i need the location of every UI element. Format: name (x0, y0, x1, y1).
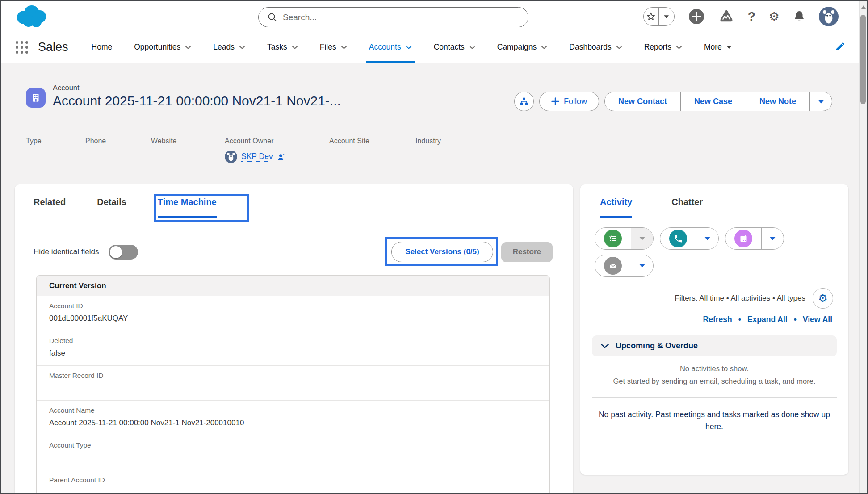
account-record-icon (26, 88, 46, 108)
nav-tab-leads[interactable]: Leads (213, 32, 245, 63)
favorites-button-group (643, 7, 675, 26)
activity-filters: Filters: All time • All activities • All… (675, 288, 834, 309)
record-header: Account Account 2025-11-21 00:00:00 Nov2… (1, 63, 859, 184)
nav-tab-contacts[interactable]: Contacts (434, 32, 475, 63)
record-action-buttons: Follow New Contact New Case New Note (514, 92, 832, 111)
table-header: Current Version (37, 276, 549, 296)
filters-text: Filters: All time • All activities • All… (675, 294, 806, 303)
app-name[interactable]: Sales (38, 40, 68, 54)
nav-tab-more[interactable]: More (704, 32, 732, 63)
no-activities-message: No activities to show. Get started by se… (585, 362, 844, 387)
trailhead-icon[interactable] (718, 8, 734, 25)
current-version-table: Current Version Account ID 001dL00001f5a… (36, 275, 550, 494)
user-avatar[interactable] (819, 7, 839, 26)
new-task-icon[interactable] (595, 228, 631, 249)
activity-links: Refresh • Expand All • View All (703, 315, 832, 324)
event-dropdown-icon[interactable] (761, 228, 784, 249)
new-task-button-group (595, 227, 654, 250)
new-event-icon[interactable] (725, 228, 761, 249)
favorites-dropdown-icon[interactable] (658, 8, 674, 25)
owner-link[interactable]: SKP Dev (241, 152, 273, 162)
nav-tab-reports[interactable]: Reports (644, 32, 682, 63)
table-row: Account ID 001dL00001f5aKUQAY (37, 296, 549, 331)
restore-button[interactable]: Restore (501, 242, 553, 262)
header-utility-icons: ? ⚙ (643, 1, 839, 32)
activity-tabs: Activity Chatter (580, 184, 848, 220)
chevron-down-icon (541, 46, 547, 49)
nav-tab-accounts[interactable]: Accounts (369, 32, 412, 63)
salesforce-logo[interactable] (13, 4, 51, 29)
chevron-down-icon (341, 46, 347, 49)
highlights-fields: Type Phone Website Account Owner SKP Dev (26, 137, 482, 163)
field-type: Type (26, 137, 85, 163)
chevron-down-icon (469, 46, 475, 49)
email-dropdown-icon[interactable] (631, 255, 653, 276)
entity-label: Account (53, 84, 80, 92)
table-row: Parent Account ID (37, 470, 549, 494)
filters-gear-icon[interactable]: ⚙ (813, 288, 833, 309)
search-input[interactable] (283, 13, 497, 22)
nav-tab-home[interactable]: Home (92, 32, 113, 63)
nav-tabs: Home Opportunities Leads Tasks Files Acc… (92, 32, 732, 63)
nav-tab-tasks[interactable]: Tasks (267, 32, 298, 63)
org-chart-button[interactable] (514, 92, 534, 111)
help-icon[interactable]: ? (748, 9, 755, 24)
call-dropdown-icon[interactable] (696, 228, 718, 249)
tab-chatter[interactable]: Chatter (671, 184, 703, 220)
nav-tab-campaigns[interactable]: Campaigns (497, 32, 548, 63)
notifications-bell-icon[interactable] (793, 10, 805, 23)
upcoming-overdue-section[interactable]: Upcoming & Overdue (592, 335, 837, 356)
toggle-knob (110, 246, 122, 258)
nav-tab-files[interactable]: Files (320, 32, 347, 63)
scrollbar-up-arrow[interactable] (861, 5, 866, 9)
chevron-down-icon (601, 344, 609, 348)
plus-icon (551, 97, 559, 105)
email-button-group (595, 255, 654, 277)
refresh-link[interactable]: Refresh (703, 315, 732, 324)
chevron-down-icon (185, 46, 191, 49)
more-actions-dropdown-icon[interactable] (809, 92, 832, 111)
new-event-button-group (725, 227, 784, 250)
field-account-site: Account Site (329, 137, 415, 163)
no-past-activity-message: No past activity. Past meetings and task… (591, 409, 838, 433)
chevron-down-icon (239, 46, 245, 49)
tab-details[interactable]: Details (97, 184, 126, 220)
tab-time-machine[interactable]: Time Machine (158, 184, 217, 220)
favorite-star-icon[interactable] (644, 8, 659, 25)
global-header: ? ⚙ (1, 1, 859, 32)
log-call-icon[interactable] (660, 228, 696, 249)
table-row: Deleted false (37, 331, 549, 366)
record-detail-card: Related Details Time Machine Hide identi… (15, 184, 573, 494)
field-industry: Industry (415, 137, 482, 163)
nav-tab-dashboards[interactable]: Dashboards (569, 32, 622, 63)
new-contact-button[interactable]: New Contact (605, 92, 680, 111)
section-title: Upcoming & Overdue (616, 341, 698, 351)
app-navigation-bar: Sales Home Opportunities Leads Tasks Fil… (1, 32, 859, 63)
table-row: Account Name Account 2025-11-21 00:00:00… (37, 401, 549, 435)
task-dropdown-icon[interactable] (631, 228, 653, 249)
email-icon[interactable] (595, 255, 631, 276)
new-case-button[interactable]: New Case (680, 92, 746, 111)
edit-nav-pencil-icon[interactable] (835, 41, 846, 54)
table-row: Master Record ID (37, 366, 549, 401)
record-tabs: Related Details Time Machine (15, 184, 573, 220)
hide-identical-fields-label: Hide identical fields (34, 247, 99, 256)
scrollbar-thumb[interactable] (860, 15, 866, 104)
new-note-button[interactable]: New Note (746, 92, 809, 111)
view-all-link[interactable]: View All (803, 315, 832, 324)
select-versions-button[interactable]: Select Versions (0/5) (391, 242, 493, 262)
setup-gear-icon[interactable]: ⚙ (769, 11, 780, 23)
follow-button[interactable]: Follow (539, 92, 599, 111)
nav-tab-opportunities[interactable]: Opportunities (134, 32, 191, 63)
global-actions-icon[interactable] (688, 8, 705, 25)
tab-activity[interactable]: Activity (600, 184, 632, 220)
page-scrollbar[interactable] (859, 1, 867, 493)
global-search[interactable] (258, 7, 528, 27)
activity-action-buttons (595, 227, 784, 282)
field-phone: Phone (85, 137, 151, 163)
app-launcher-icon[interactable] (16, 41, 28, 54)
expand-all-link[interactable]: Expand All (747, 315, 788, 324)
change-owner-icon[interactable] (277, 153, 286, 161)
tab-related[interactable]: Related (34, 184, 66, 220)
hide-identical-fields-toggle[interactable] (109, 245, 138, 260)
